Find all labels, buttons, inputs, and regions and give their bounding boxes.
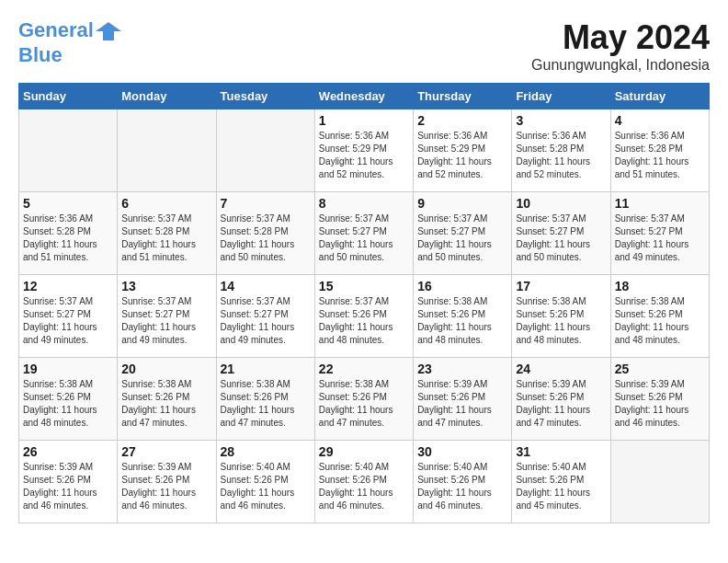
calendar-cell: 27Sunrise: 5:39 AM Sunset: 5:26 PM Dayli… — [118, 441, 216, 523]
day-info: Sunrise: 5:37 AM Sunset: 5:27 PM Dayligh… — [417, 213, 507, 264]
day-number: 23 — [417, 362, 507, 376]
day-info: Sunrise: 5:39 AM Sunset: 5:26 PM Dayligh… — [23, 461, 113, 512]
location-subtitle: Gunungwungkal, Indonesia — [531, 57, 710, 74]
calendar-cell: 18Sunrise: 5:38 AM Sunset: 5:26 PM Dayli… — [610, 275, 709, 358]
logo-blue-text: Blue — [18, 44, 121, 66]
day-info: Sunrise: 5:38 AM Sunset: 5:26 PM Dayligh… — [221, 378, 311, 430]
calendar-cell — [610, 441, 709, 523]
calendar-cell: 2Sunrise: 5:36 AM Sunset: 5:29 PM Daylig… — [414, 109, 512, 192]
day-info: Sunrise: 5:38 AM Sunset: 5:26 PM Dayligh… — [23, 378, 113, 430]
header-friday: Friday — [512, 84, 610, 109]
day-number: 22 — [319, 362, 409, 376]
day-number: 9 — [417, 196, 507, 211]
calendar-cell: 17Sunrise: 5:38 AM Sunset: 5:26 PM Dayli… — [512, 275, 610, 358]
day-info: Sunrise: 5:37 AM Sunset: 5:27 PM Dayligh… — [121, 295, 211, 347]
header-monday: Monday — [118, 84, 216, 109]
day-info: Sunrise: 5:37 AM Sunset: 5:27 PM Dayligh… — [615, 213, 705, 264]
header-wednesday: Wednesday — [314, 84, 413, 109]
day-number: 14 — [221, 279, 311, 293]
calendar-cell: 5Sunrise: 5:36 AM Sunset: 5:28 PM Daylig… — [19, 192, 118, 275]
day-number: 26 — [23, 444, 113, 459]
calendar-table: SundayMondayTuesdayWednesdayThursdayFrid… — [18, 83, 710, 523]
day-number: 16 — [417, 279, 507, 293]
day-info: Sunrise: 5:38 AM Sunset: 5:26 PM Dayligh… — [516, 295, 606, 347]
day-number: 25 — [615, 362, 705, 376]
header-sunday: Sunday — [19, 84, 118, 109]
calendar-cell — [118, 109, 216, 192]
day-info: Sunrise: 5:37 AM Sunset: 5:28 PM Dayligh… — [221, 213, 311, 264]
calendar-cell: 7Sunrise: 5:37 AM Sunset: 5:28 PM Daylig… — [216, 192, 314, 275]
title-block: May 2024 Gunungwungkal, Indonesia — [531, 18, 710, 74]
day-number: 8 — [319, 196, 409, 211]
calendar-week-row: 5Sunrise: 5:36 AM Sunset: 5:28 PM Daylig… — [19, 192, 710, 275]
calendar-cell: 23Sunrise: 5:39 AM Sunset: 5:26 PM Dayli… — [414, 358, 512, 441]
day-info: Sunrise: 5:36 AM Sunset: 5:29 PM Dayligh… — [319, 130, 409, 181]
calendar-cell — [216, 109, 314, 192]
page-header: General Blue May 2024 Gunungwungkal, Ind… — [18, 18, 710, 74]
day-number: 13 — [121, 279, 211, 293]
day-info: Sunrise: 5:38 AM Sunset: 5:26 PM Dayligh… — [615, 295, 705, 347]
calendar-cell: 12Sunrise: 5:37 AM Sunset: 5:27 PM Dayli… — [19, 275, 118, 358]
calendar-week-row: 12Sunrise: 5:37 AM Sunset: 5:27 PM Dayli… — [19, 275, 710, 358]
day-number: 17 — [516, 279, 606, 293]
day-number: 19 — [23, 362, 113, 376]
calendar-cell: 13Sunrise: 5:37 AM Sunset: 5:27 PM Dayli… — [118, 275, 216, 358]
calendar-cell: 9Sunrise: 5:37 AM Sunset: 5:27 PM Daylig… — [414, 192, 512, 275]
logo-bird-icon — [96, 18, 121, 44]
calendar-cell: 28Sunrise: 5:40 AM Sunset: 5:26 PM Dayli… — [216, 441, 314, 523]
calendar-cell: 26Sunrise: 5:39 AM Sunset: 5:26 PM Dayli… — [19, 441, 118, 523]
calendar-cell: 14Sunrise: 5:37 AM Sunset: 5:27 PM Dayli… — [216, 275, 314, 358]
header-tuesday: Tuesday — [216, 84, 314, 109]
day-number: 31 — [516, 444, 606, 459]
day-number: 27 — [121, 444, 211, 459]
calendar-cell: 25Sunrise: 5:39 AM Sunset: 5:26 PM Dayli… — [610, 358, 709, 441]
calendar-cell: 31Sunrise: 5:40 AM Sunset: 5:26 PM Dayli… — [512, 441, 610, 523]
day-number: 2 — [417, 113, 507, 128]
day-info: Sunrise: 5:37 AM Sunset: 5:27 PM Dayligh… — [319, 213, 409, 264]
calendar-cell: 30Sunrise: 5:40 AM Sunset: 5:26 PM Dayli… — [414, 441, 512, 523]
logo: General Blue — [18, 18, 121, 66]
header-thursday: Thursday — [414, 84, 512, 109]
day-info: Sunrise: 5:38 AM Sunset: 5:26 PM Dayligh… — [319, 378, 409, 430]
logo-text: General — [18, 18, 121, 44]
day-info: Sunrise: 5:36 AM Sunset: 5:28 PM Dayligh… — [23, 213, 113, 264]
day-number: 3 — [516, 113, 606, 128]
calendar-cell: 6Sunrise: 5:37 AM Sunset: 5:28 PM Daylig… — [118, 192, 216, 275]
day-info: Sunrise: 5:37 AM Sunset: 5:27 PM Dayligh… — [23, 295, 113, 347]
calendar-cell: 22Sunrise: 5:38 AM Sunset: 5:26 PM Dayli… — [314, 358, 413, 441]
calendar-week-row: 19Sunrise: 5:38 AM Sunset: 5:26 PM Dayli… — [19, 358, 710, 441]
calendar-cell: 16Sunrise: 5:38 AM Sunset: 5:26 PM Dayli… — [414, 275, 512, 358]
calendar-cell: 1Sunrise: 5:36 AM Sunset: 5:29 PM Daylig… — [314, 109, 413, 192]
day-info: Sunrise: 5:40 AM Sunset: 5:26 PM Dayligh… — [417, 461, 507, 512]
day-number: 12 — [23, 279, 113, 293]
day-number: 20 — [121, 362, 211, 376]
calendar-cell — [19, 109, 118, 192]
month-title: May 2024 — [531, 18, 710, 57]
calendar-cell: 3Sunrise: 5:36 AM Sunset: 5:28 PM Daylig… — [512, 109, 610, 192]
calendar-header-row: SundayMondayTuesdayWednesdayThursdayFrid… — [19, 84, 710, 109]
calendar-week-row: 1Sunrise: 5:36 AM Sunset: 5:29 PM Daylig… — [19, 109, 710, 192]
day-number: 24 — [516, 362, 606, 376]
day-number: 29 — [319, 444, 409, 459]
calendar-cell: 29Sunrise: 5:40 AM Sunset: 5:26 PM Dayli… — [314, 441, 413, 523]
day-number: 30 — [417, 444, 507, 459]
day-info: Sunrise: 5:39 AM Sunset: 5:26 PM Dayligh… — [516, 378, 606, 430]
calendar-cell: 11Sunrise: 5:37 AM Sunset: 5:27 PM Dayli… — [610, 192, 709, 275]
calendar-cell: 10Sunrise: 5:37 AM Sunset: 5:27 PM Dayli… — [512, 192, 610, 275]
day-info: Sunrise: 5:38 AM Sunset: 5:26 PM Dayligh… — [417, 295, 507, 347]
day-number: 11 — [615, 196, 705, 211]
day-info: Sunrise: 5:40 AM Sunset: 5:26 PM Dayligh… — [319, 461, 409, 512]
day-info: Sunrise: 5:40 AM Sunset: 5:26 PM Dayligh… — [516, 461, 606, 512]
day-info: Sunrise: 5:38 AM Sunset: 5:26 PM Dayligh… — [121, 378, 211, 430]
day-info: Sunrise: 5:37 AM Sunset: 5:27 PM Dayligh… — [516, 213, 606, 264]
day-number: 15 — [319, 279, 409, 293]
calendar-cell: 4Sunrise: 5:36 AM Sunset: 5:28 PM Daylig… — [610, 109, 709, 192]
calendar-week-row: 26Sunrise: 5:39 AM Sunset: 5:26 PM Dayli… — [19, 441, 710, 523]
day-info: Sunrise: 5:39 AM Sunset: 5:26 PM Dayligh… — [417, 378, 507, 430]
day-info: Sunrise: 5:36 AM Sunset: 5:29 PM Dayligh… — [417, 130, 507, 181]
calendar-cell: 19Sunrise: 5:38 AM Sunset: 5:26 PM Dayli… — [19, 358, 118, 441]
day-number: 28 — [221, 444, 311, 459]
day-info: Sunrise: 5:37 AM Sunset: 5:28 PM Dayligh… — [121, 213, 211, 264]
day-info: Sunrise: 5:37 AM Sunset: 5:26 PM Dayligh… — [319, 295, 409, 347]
calendar-cell: 8Sunrise: 5:37 AM Sunset: 5:27 PM Daylig… — [314, 192, 413, 275]
